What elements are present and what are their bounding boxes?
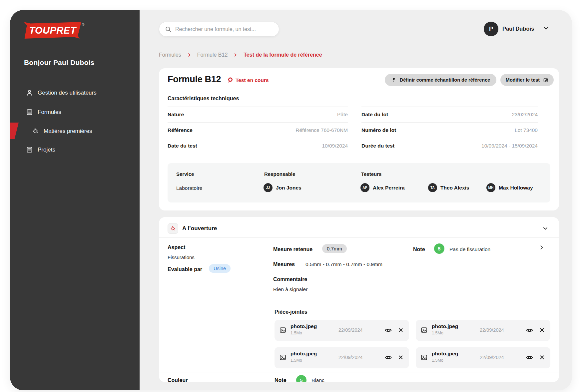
note-text: Pas de fissuration	[449, 246, 490, 252]
table-row: Référence Référence 760-670NM	[168, 122, 348, 138]
attachment-card: photo.jpeg 1.5Mo 22/09/2024	[275, 320, 409, 341]
attachment-name: photo.jpeg	[291, 351, 317, 357]
aspect-label: Aspect	[168, 244, 185, 250]
row-label: Date du test	[168, 143, 197, 149]
toupret-logo: TOUPRET	[24, 22, 81, 39]
define-reference-button[interactable]: Définir comme échantillon de référence	[385, 74, 496, 86]
attachment-card: photo.jpeg 1.5Mo 22/09/2024	[416, 347, 550, 368]
sidebar-item-label: Formules	[38, 109, 61, 116]
chevron-right-icon[interactable]	[539, 244, 545, 250]
next-criterion-label: Couleur	[168, 377, 188, 382]
attachment-date: 22/09/2024	[338, 327, 363, 333]
test-status-icon	[228, 77, 233, 83]
row-label: Référence	[168, 127, 193, 133]
formula-title: Formule B12	[168, 74, 221, 85]
close-icon[interactable]	[398, 327, 404, 333]
eye-icon[interactable]	[526, 326, 533, 334]
edit-test-button[interactable]: Modifier le test	[500, 74, 554, 86]
active-item-indicator	[10, 123, 19, 139]
row-label: Nature	[168, 112, 184, 118]
service-label: Service	[176, 171, 194, 177]
table-row: Date du lot 23/02/2024	[361, 107, 538, 122]
eye-icon[interactable]	[384, 354, 392, 361]
breadcrumb: Formules Formule B12 Test de la formule …	[159, 52, 322, 58]
row-label: Durée du test	[361, 143, 394, 149]
row-value: Référence 760-670NM	[295, 127, 348, 133]
testeur-name: Theo Alexis	[440, 185, 469, 191]
row-value: Lot 73400	[515, 127, 538, 133]
table-row: Durée du test 10/09/2024 - 15/09/2024	[361, 138, 538, 154]
app-window: TOUPRET ® Bonjour Paul Dubois Gestion de…	[10, 10, 572, 390]
sidebar-greeting: Bonjour Paul Dubois	[24, 59, 94, 67]
testeurs-label: Testeurs	[361, 171, 381, 177]
document-icon	[26, 146, 33, 153]
status-badge: Test en cours	[236, 77, 269, 83]
avatar: JJ	[264, 183, 273, 192]
measures-value: 0.5mm - 0.7mm - 0.7mm - 0.9mm	[305, 261, 382, 267]
section-icon-box	[168, 223, 178, 234]
search-bar	[159, 22, 279, 37]
sidebar-item-matieres-premieres[interactable]: Matières premières	[32, 128, 92, 135]
note-label: Note	[413, 246, 425, 252]
sidebar-item-label: Projets	[38, 147, 55, 153]
sidebar-item-formules[interactable]: Formules	[26, 109, 61, 116]
attachment-date: 22/09/2024	[480, 355, 504, 360]
attachment-card: photo.jpeg 1.5Mo 22/09/2024	[275, 347, 409, 368]
sidebar-item-label: Gestion des utilisateurs	[38, 90, 97, 96]
user-avatar[interactable]: P	[484, 22, 498, 36]
user-name: Paul Dubois	[502, 26, 534, 32]
document-icon	[26, 109, 33, 116]
evaluable-label: Evaluable par	[168, 266, 202, 272]
attachment-name: photo.jpeg	[291, 323, 317, 329]
chevron-down-icon[interactable]	[542, 25, 550, 32]
comment-label: Commentaire	[273, 276, 307, 282]
responsable-label: Responsable	[264, 171, 295, 177]
close-icon[interactable]	[539, 354, 545, 360]
image-icon	[279, 326, 287, 334]
team-box: Service Responsable Testeurs Laboratoire…	[168, 163, 550, 202]
sidebar-item-gestion-utilisateurs[interactable]: Gestion des utilisateurs	[26, 89, 97, 96]
eye-icon[interactable]	[526, 354, 533, 361]
registered-mark: ®	[82, 23, 84, 26]
testeur-name: Alex Perreira	[373, 185, 405, 191]
avatar: TA	[428, 183, 437, 192]
sidebar: TOUPRET ® Bonjour Paul Dubois Gestion de…	[10, 10, 140, 390]
table-row: Numéro de lot Lot 73400	[361, 122, 538, 138]
measures-label: Mesures	[273, 261, 295, 267]
search-input[interactable]	[175, 22, 274, 36]
close-icon[interactable]	[539, 327, 545, 333]
image-icon	[420, 326, 428, 334]
eye-icon[interactable]	[384, 326, 392, 334]
close-icon[interactable]	[398, 354, 404, 360]
image-icon	[279, 354, 287, 361]
responsable-chip: JJ Jon Jones	[264, 183, 301, 192]
test-section-card: A l’ouverture Aspect Fissurations Evalua…	[159, 217, 559, 382]
define-reference-label: Définir comme échantillon de référence	[400, 77, 490, 83]
note-score-badge: 5	[296, 375, 306, 382]
comment-value: Rien à signaler	[273, 286, 307, 292]
responsable-name: Jon Jones	[276, 185, 301, 191]
sidebar-item-projets[interactable]: Projets	[26, 146, 55, 153]
image-icon	[420, 354, 428, 361]
testeur-chip: TA Theo Alexis	[428, 183, 469, 192]
paint-bucket-icon	[170, 225, 176, 231]
logo-text: TOUPRET	[29, 25, 76, 36]
testeur-chip: AP Alex Perreira	[360, 183, 405, 192]
breadcrumb-formules[interactable]: Formules	[159, 52, 181, 58]
chevron-right-icon	[233, 53, 238, 57]
row-value: 10/09/2024 - 15/09/2024	[481, 143, 538, 149]
usine-badge: Usine	[209, 264, 231, 273]
chevron-right-icon	[187, 53, 192, 57]
user-icon	[26, 89, 33, 96]
breadcrumb-formule-b12[interactable]: Formule B12	[197, 52, 228, 58]
avatar: MH	[486, 183, 495, 192]
attachment-name: photo.jpeg	[432, 323, 458, 329]
attachment-size: 1.5Mo	[432, 358, 443, 363]
attachment-size: 1.5Mo	[291, 331, 302, 335]
chevron-down-icon[interactable]	[542, 225, 549, 232]
attachment-date: 22/09/2024	[480, 327, 504, 333]
note-text: Blanc	[311, 377, 324, 382]
row-label: Numéro de lot	[361, 127, 396, 133]
note-label: Note	[275, 377, 287, 382]
row-value: 23/02/2024	[512, 112, 538, 118]
